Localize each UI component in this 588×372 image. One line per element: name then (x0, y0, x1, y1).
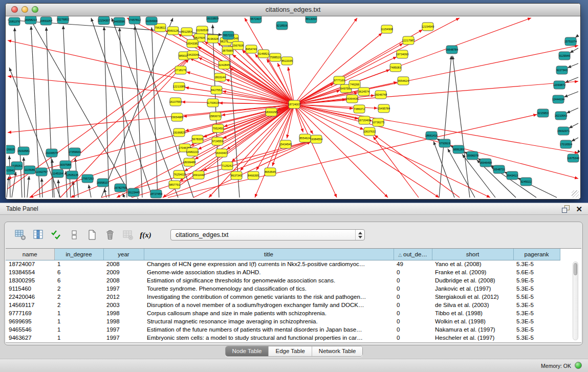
graph-node-selected[interactable]: 2718176 (175, 66, 186, 74)
graph-node[interactable]: 15996078 (466, 151, 478, 160)
graph-node[interactable]: 9215953 (537, 109, 549, 117)
graph-node[interactable]: 9943413 (507, 171, 518, 180)
graph-node-selected[interactable]: 19734093 (396, 50, 408, 58)
graph-node-selected[interactable]: 12213389 (173, 82, 185, 91)
graph-node[interactable]: 16948731 (493, 165, 505, 173)
graph-node[interactable]: 1115686 (24, 166, 35, 174)
graph-node[interactable]: 15093581 (17, 147, 30, 155)
graph-node[interactable]: 16648784 (446, 46, 458, 54)
create-column-icon[interactable] (85, 228, 99, 242)
graph-node-selected[interactable]: 19384554 (310, 135, 322, 143)
graph-node-selected[interactable]: 11154908 (381, 25, 393, 33)
graph-node-selected[interactable]: 8653545 (265, 168, 276, 176)
graph-node[interactable]: 9097588 (60, 161, 71, 169)
window-resize-grip[interactable] (572, 190, 579, 198)
graph-node[interactable]: 7857223 (223, 31, 234, 39)
graph-node[interactable]: 16033809 (206, 16, 219, 23)
table-row[interactable]: 2242004622012Investigating the contribut… (6, 293, 560, 301)
graph-node-selected[interactable]: 22260538 (196, 26, 208, 34)
column-header-pagerank[interactable]: pagerank (513, 249, 560, 260)
graph-node-selected[interactable]: 5678335 (192, 135, 203, 143)
graph-node[interactable]: 18727459 (150, 190, 162, 198)
graph-node-selected[interactable]: 8637345 (231, 171, 242, 180)
graph-node-selected[interactable]: 19166825 (173, 128, 185, 137)
column-header-out_de[interactable]: △out_de… (394, 249, 432, 260)
graph-node[interactable]: 16782759 (114, 184, 126, 192)
graph-node-selected[interactable]: 7125242 (222, 162, 233, 170)
graph-node[interactable]: 9129946 (559, 52, 570, 60)
graph-node-selected[interactable]: 9724559 (212, 137, 223, 145)
graph-node-selected[interactable]: 8960128 (167, 27, 179, 35)
graph-node-selected[interactable]: 9242845 (219, 61, 230, 69)
graph-node-selected[interactable]: 7588520 (270, 53, 281, 61)
graph-node-selected[interactable]: 7625402 (173, 170, 185, 179)
graph-node-selected[interactable]: 16046748 (375, 91, 387, 99)
graph-node[interactable]: 16958214 (25, 16, 37, 24)
table-row[interactable]: 911546021997Tourette syndrome. Phenomeno… (6, 285, 560, 293)
show-columns-icon[interactable] (31, 228, 45, 242)
graph-node-selected[interactable]: 3624574 (358, 87, 369, 96)
graph-node[interactable]: 20206576 (46, 149, 58, 157)
graph-node[interactable]: 18661416 (425, 132, 438, 140)
graph-node-selected[interactable]: 12217987 (402, 36, 415, 45)
scrollbar-thumb[interactable] (574, 263, 577, 275)
graph-node-selected[interactable]: 16107554 (169, 98, 182, 106)
table-vertical-scrollbar[interactable] (573, 261, 578, 340)
graph-node-selected[interactable]: 15434545 (279, 140, 292, 148)
graph-node-selected[interactable]: 16343407 (215, 149, 228, 157)
graph-node[interactable]: 15751074 (564, 37, 577, 46)
graph-node-selected[interactable]: 8554624 (299, 134, 311, 142)
graph-node[interactable]: 15692971 (557, 127, 570, 135)
graph-node[interactable]: 19123445 (127, 188, 140, 196)
graph-node[interactable]: 9465596 (114, 17, 125, 26)
graph-node-selected[interactable]: 7485083 (390, 63, 401, 72)
column-header-short[interactable]: short (432, 249, 513, 260)
table-selector-dropdown[interactable]: citations_edges.txt (170, 229, 365, 240)
network-window-titlebar[interactable]: citations_edges.txt (6, 4, 580, 16)
zoom-window-button[interactable] (32, 6, 38, 13)
graph-node-selected[interactable]: 3875685 (222, 47, 233, 55)
graph-node[interactable]: 9245022 (520, 178, 532, 186)
graph-node-selected[interactable]: 12154549 (422, 23, 434, 31)
graph-node-selected[interactable]: 10637632 (363, 127, 376, 136)
tab-network-table[interactable]: Network Table (312, 346, 363, 356)
delete-column-icon[interactable] (103, 228, 117, 242)
graph-node-selected[interactable]: 16720406 (358, 116, 371, 124)
column-header-name[interactable]: name (6, 249, 54, 260)
graph-node[interactable]: 9218506 (276, 21, 288, 30)
network-view-canvas[interactable]: 1872400779638228960128891295422260538982… (6, 16, 580, 199)
graph-node[interactable]: 9227343 (556, 66, 568, 74)
graph-node-selected[interactable]: 10736275 (372, 118, 384, 126)
graph-node[interactable]: 12444194 (552, 95, 564, 103)
graph-node-selected[interactable]: 8454749 (246, 45, 257, 53)
graph-node-selected[interactable]: 8196328 (207, 35, 219, 43)
graph-node[interactable]: 9886289 (453, 145, 464, 154)
graph-node-selected[interactable]: 14982220 (186, 148, 199, 156)
graph-node-selected[interactable]: 15495784 (378, 104, 390, 113)
graph-node[interactable]: 17457812 (128, 16, 141, 24)
graph-node-selected[interactable]: 2967608 (232, 41, 244, 50)
table-mode-icon[interactable] (13, 228, 27, 242)
graph-node-selected[interactable]: 11700615 (207, 99, 219, 107)
import-table-icon[interactable] (121, 228, 135, 242)
graph-node[interactable]: 8813054 (306, 16, 317, 23)
graph-node-selected[interactable]: 9146821 (258, 50, 269, 58)
table-row[interactable]: 946554611997Estimation of the future num… (6, 325, 560, 334)
graph-node-selected[interactable]: 18099488 (183, 158, 195, 166)
select-all-icon[interactable] (49, 228, 63, 242)
graph-node[interactable]: 17359934 (69, 148, 81, 156)
table-row[interactable]: 1456911722003Disruption of a novel membe… (6, 301, 560, 309)
graph-node[interactable]: 12093872 (553, 81, 565, 89)
graph-node-selected[interactable]: 18724007 (288, 100, 300, 108)
graph-node-selected[interactable]: 23420046 (187, 51, 199, 59)
graph-node[interactable]: 16946498 (480, 159, 492, 167)
graph-node-selected[interactable]: 746266 (349, 80, 360, 89)
table-row[interactable]: 969969511998Structural magnetic resonanc… (6, 317, 560, 325)
table-row[interactable]: 1872400712008Changes of HCN gene express… (6, 260, 560, 268)
table-row[interactable]: 1830029562008Estimation of significance … (6, 276, 560, 285)
table-row[interactable]: 1938455462009Genome-wide association stu… (6, 268, 560, 276)
graph-node-selected[interactable]: 8522035 (281, 57, 293, 65)
graph-node-selected[interactable]: 16911440 (192, 171, 205, 179)
float-panel-icon[interactable] (562, 205, 570, 213)
graph-node[interactable]: 11675340 (567, 154, 579, 162)
